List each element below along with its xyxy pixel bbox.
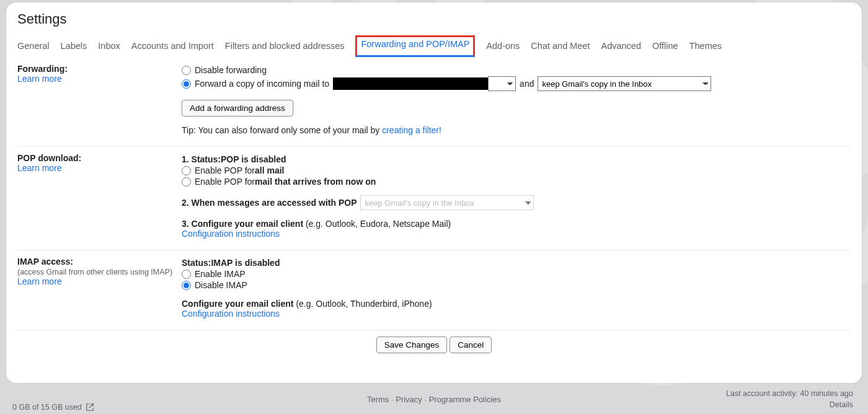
tab-accounts[interactable]: Accounts and Import: [131, 37, 214, 57]
tab-general[interactable]: General: [17, 37, 50, 57]
imap-configure-b: (e.g. Outlook, Thunderbird, iPhone): [296, 299, 432, 309]
pop-status-prefix: 1. Status:: [182, 154, 221, 164]
pop-status: POP is disabled: [221, 154, 286, 164]
terms-link[interactable]: Terms: [367, 395, 389, 404]
tab-forwarding-pop-imap[interactable]: Forwarding and POP/IMAP: [355, 35, 475, 57]
cancel-button[interactable]: Cancel: [450, 337, 492, 353]
pop-configure-b: (e.g. Outlook, Eudora, Netscape Mail): [306, 219, 451, 229]
tab-themes[interactable]: Themes: [689, 37, 722, 57]
forwarding-heading: Forwarding:: [17, 64, 175, 74]
forward-address-select[interactable]: [488, 76, 516, 91]
label-disable-imap: Disable IMAP: [195, 280, 247, 290]
forwarding-tip-text: Tip: You can also forward only some of y…: [182, 125, 382, 135]
pop-learn-more-link[interactable]: Learn more: [17, 163, 62, 173]
redacted-email: [333, 77, 488, 90]
tab-filters[interactable]: Filters and blocked addresses: [225, 37, 345, 57]
open-external-icon: [86, 403, 94, 412]
imap-subheading: (access Gmail from other clients using I…: [17, 268, 175, 276]
last-activity-text: Last account activity: 40 minutes ago: [726, 389, 853, 400]
pop-heading: POP download:: [17, 153, 175, 163]
section-imap: IMAP access: (access Gmail from other cl…: [17, 250, 851, 330]
storage-text: 0 GB of 15 GB used: [12, 403, 82, 412]
footer: 0 GB of 15 GB used Terms · Privacy · Pro…: [6, 385, 862, 413]
label-pop-all-a: Enable POP for: [195, 165, 255, 175]
save-changes-button[interactable]: Save Changes: [376, 337, 448, 353]
storage-usage[interactable]: 0 GB of 15 GB used: [12, 403, 94, 412]
tab-addons[interactable]: Add-ons: [486, 37, 520, 57]
details-link[interactable]: Details: [830, 400, 853, 409]
imap-configuration-link[interactable]: Configuration instructions: [182, 309, 280, 319]
imap-status-prefix: Status:: [182, 258, 211, 268]
section-pop: POP download: Learn more 1. Status: POP …: [17, 147, 851, 250]
label-disable-forwarding: Disable forwarding: [195, 65, 267, 75]
label-forward-copy: Forward a copy of incoming mail to: [195, 79, 329, 89]
label-pop-now-a: Enable POP for: [195, 177, 255, 187]
label-and: and: [520, 79, 534, 89]
imap-configure-a: Configure your email client: [182, 299, 296, 309]
tab-advanced[interactable]: Advanced: [601, 37, 641, 57]
forwarding-learn-more-link[interactable]: Learn more: [17, 74, 62, 84]
pop-when-label: 2. When messages are accessed with POP: [182, 198, 356, 208]
footer-links: Terms · Privacy · Programme Policies: [367, 395, 501, 404]
imap-status: IMAP is disabled: [211, 258, 280, 268]
forward-action-select[interactable]: keep Gmail's copy in the Inbox: [538, 76, 711, 91]
label-pop-now-b: mail that arrives from now on: [255, 177, 376, 187]
programme-policies-link[interactable]: Programme Policies: [429, 395, 501, 404]
pop-configuration-link[interactable]: Configuration instructions: [182, 229, 280, 239]
privacy-link[interactable]: Privacy: [396, 395, 422, 404]
radio-enable-imap[interactable]: [182, 270, 191, 279]
imap-heading: IMAP access:: [17, 257, 175, 266]
section-forwarding: Forwarding: Learn more Disable forwardin…: [17, 58, 851, 147]
page-title: Settings: [6, 2, 862, 32]
tab-chat-meet[interactable]: Chat and Meet: [531, 37, 590, 57]
add-forwarding-address-button[interactable]: Add a forwarding address: [182, 100, 293, 117]
imap-learn-more-link[interactable]: Learn more: [17, 276, 62, 286]
radio-pop-from-now[interactable]: [182, 177, 191, 187]
radio-disable-forwarding[interactable]: [182, 66, 191, 75]
settings-tabs: General Labels Inbox Accounts and Import…: [6, 32, 862, 58]
tab-labels[interactable]: Labels: [61, 37, 87, 57]
tab-offline[interactable]: Offline: [652, 37, 678, 57]
radio-pop-all-mail[interactable]: [182, 166, 191, 175]
radio-disable-imap[interactable]: [182, 281, 191, 290]
create-filter-link[interactable]: creating a filter!: [382, 125, 441, 135]
label-pop-all-b: all mail: [255, 165, 284, 175]
pop-configure-a: 3. Configure your email client: [182, 219, 306, 229]
tab-inbox[interactable]: Inbox: [98, 37, 120, 57]
action-bar: Save Changes Cancel: [17, 330, 851, 353]
label-enable-imap: Enable IMAP: [195, 269, 246, 279]
pop-action-select: keep Gmail's copy in the Inbox: [360, 195, 534, 210]
settings-card: Settings General Labels Inbox Accounts a…: [6, 2, 862, 383]
settings-content: Forwarding: Learn more Disable forwardin…: [6, 58, 862, 364]
radio-forward-copy[interactable]: [182, 79, 191, 89]
